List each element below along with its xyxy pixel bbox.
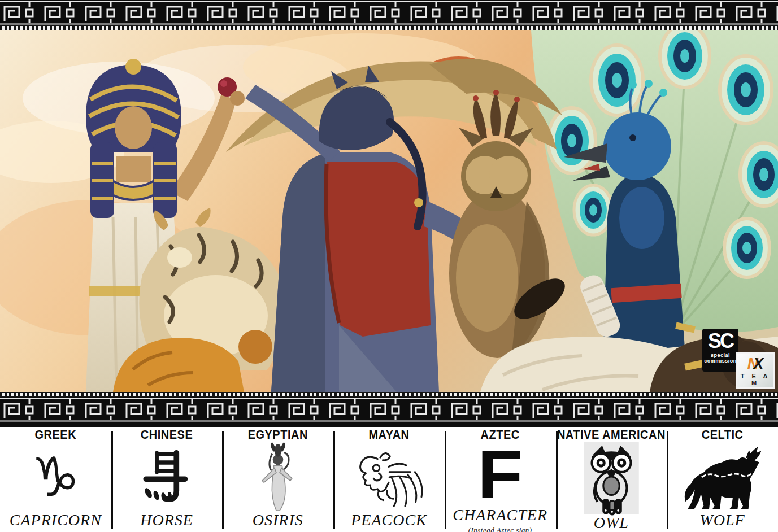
- howling-wolf-silhouette-glyph: [669, 441, 776, 513]
- culture-label: CELTIC: [702, 428, 744, 442]
- illustration-scene: [0, 30, 778, 392]
- horse-character-icon: [136, 446, 197, 509]
- dentil-strip-bottom: [0, 392, 778, 397]
- sign-name: CAPRICORN: [10, 513, 102, 527]
- mayan-peacock-icon: [351, 444, 426, 510]
- sc-special-commission-logo: SC special commission: [702, 329, 738, 372]
- culture-label: CHINESE: [141, 428, 193, 442]
- greek-key-border-bottom: [0, 397, 778, 422]
- osiris-figure-glyph: [224, 441, 331, 513]
- sign-name: HORSE: [140, 513, 193, 527]
- legend-column-aztec: AZTEC F CHARACTER(Instead Aztec sign): [445, 427, 556, 532]
- legend-column-egyptian: EGYPTIAN OSIRIS: [222, 427, 333, 532]
- culture-label: EGYPTIAN: [248, 428, 308, 442]
- culture-label: GREEK: [35, 428, 77, 442]
- sc-logo-initials: SC: [702, 330, 738, 352]
- capricorn-zodiac-glyph: ♑: [2, 441, 109, 513]
- legend-column-mayan: MAYAN PEACOCK: [333, 427, 445, 532]
- legend-separator: [445, 431, 446, 529]
- aztec-note: (Instead Aztec sign): [453, 523, 547, 532]
- legend-column-greek: GREEK ♑ CAPRICORN: [0, 427, 111, 532]
- legend-separator: [667, 431, 668, 529]
- nx-logo-letters: NX: [747, 355, 764, 372]
- legend-separator: [556, 431, 558, 529]
- greek-key-border-top: [0, 0, 778, 25]
- chinese-horse-character-glyph: [114, 441, 220, 513]
- legend-separator: [333, 431, 335, 529]
- legend-separator: [222, 431, 224, 529]
- totem-owl-icon: [582, 441, 641, 516]
- sign-name: WOLF: [699, 513, 745, 527]
- howling-wolf-icon: [675, 443, 770, 511]
- letter-f-block-glyph: F: [447, 441, 554, 508]
- legend-column-native-american: NATIVE AMERICAN: [556, 427, 667, 532]
- mayan-peacock-glyph: [336, 441, 442, 513]
- totem-owl-glyph: [558, 441, 665, 516]
- sc-logo-caption-line1: special: [702, 352, 738, 358]
- legend-column-chinese: CHINESE: [111, 427, 223, 532]
- dentil-strip-top: [0, 25, 778, 30]
- sign-name: OWL: [594, 516, 629, 530]
- main-artwork-illustration: SC special commission NX T E A M: [0, 30, 778, 392]
- sc-logo-caption-line2: commission: [702, 358, 738, 364]
- legend-separator: [111, 431, 113, 529]
- zodiac-legend: GREEK ♑ CAPRICORN CHINESE: [0, 427, 778, 532]
- culture-label: NATIVE AMERICAN: [557, 428, 666, 442]
- legend-top-bar: [0, 422, 778, 427]
- osiris-icon: [254, 442, 302, 512]
- poster-page: SC special commission NX T E A M: [0, 0, 778, 532]
- sign-name: PEACOCK: [351, 513, 427, 527]
- nx-team-logo: NX T E A M: [736, 352, 775, 389]
- nx-logo-team-text: T E A M: [737, 373, 773, 386]
- culture-label: MAYAN: [368, 428, 409, 442]
- legend-column-celtic: CELTIC WOLF: [667, 427, 778, 532]
- sign-name: OSIRIS: [253, 513, 303, 527]
